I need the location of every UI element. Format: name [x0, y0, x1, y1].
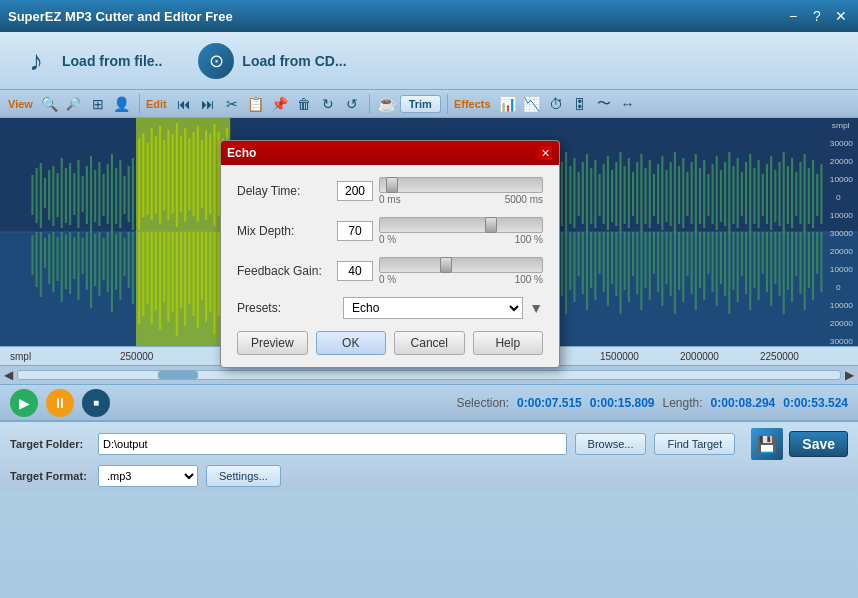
feedback-gain-slider[interactable]	[379, 257, 543, 273]
svg-rect-40	[180, 136, 182, 212]
ok-button[interactable]: OK	[316, 331, 387, 355]
fade-icon[interactable]: 〜	[593, 93, 615, 115]
svg-rect-223	[159, 232, 161, 330]
scroll-left-arrow[interactable]: ◀	[4, 368, 13, 382]
feedback-gain-input[interactable]	[337, 261, 373, 281]
svg-rect-206	[86, 232, 88, 290]
cancel-button[interactable]: Cancel	[394, 331, 465, 355]
svg-rect-176	[753, 168, 755, 224]
svg-rect-175	[749, 154, 751, 232]
scroll-right-arrow[interactable]: ▶	[845, 368, 854, 382]
svg-rect-200	[61, 232, 63, 302]
svg-rect-173	[741, 172, 743, 216]
svg-rect-375	[799, 232, 801, 294]
svg-rect-23	[107, 164, 109, 224]
svg-rect-340	[653, 232, 655, 274]
target-format-row: Target Format: .mp3 .wav .ogg .flac Sett…	[10, 465, 848, 487]
go-start-icon[interactable]: ⏮	[173, 93, 195, 115]
title-bar: SuperEZ MP3 Cutter and Editor Free − ? ✕	[0, 0, 858, 32]
svg-rect-370	[778, 232, 780, 296]
save-button[interactable]: Save	[789, 431, 848, 457]
presets-dropdown-icon[interactable]: ▼	[529, 300, 543, 316]
edit-section: Edit ⏮ ⏭ ✂ 📋 📌 🗑 ↻ ↺	[146, 93, 363, 115]
mixer-icon[interactable]: 🎛	[569, 93, 591, 115]
go-end-icon[interactable]: ⏭	[197, 93, 219, 115]
svg-rect-359	[732, 232, 734, 290]
svg-rect-9	[48, 170, 50, 220]
target-folder-label: Target Folder:	[10, 438, 90, 450]
help-button[interactable]: ?	[808, 8, 826, 24]
stop-button[interactable]: ■	[82, 389, 110, 417]
selection-end: 0:00:15.809	[590, 396, 655, 410]
reverse-icon[interactable]: ↔	[617, 93, 639, 115]
close-button[interactable]: ✕	[832, 8, 850, 24]
delay-time-input[interactable]	[337, 181, 373, 201]
play-button[interactable]: ▶	[10, 389, 38, 417]
target-format-select[interactable]: .mp3 .wav .ogg .flac	[98, 465, 198, 487]
delete-icon[interactable]: 🗑	[293, 93, 315, 115]
preview-button[interactable]: Preview	[237, 331, 308, 355]
view-label: View	[8, 98, 33, 110]
target-folder-input[interactable]	[98, 433, 567, 455]
svg-rect-211	[107, 232, 109, 292]
svg-rect-33	[151, 128, 153, 220]
redo-icon[interactable]: ↻	[317, 93, 339, 115]
zoom-in-icon[interactable]: 🔍	[39, 93, 61, 115]
help-button[interactable]: Help	[473, 331, 544, 355]
svg-rect-150	[645, 168, 647, 224]
svg-rect-194	[36, 232, 38, 287]
target-folder-row: Target Folder: Browse... Find Target 💾 S…	[10, 428, 848, 460]
svg-rect-347	[682, 232, 684, 302]
paste-icon[interactable]: 📌	[269, 93, 291, 115]
settings-button[interactable]: Settings...	[206, 465, 281, 487]
svg-rect-341	[657, 232, 659, 292]
svg-rect-197	[48, 234, 50, 284]
volume-icon[interactable]: 📊	[497, 93, 519, 115]
copy-icon[interactable]: 📋	[245, 93, 267, 115]
equalizer-icon[interactable]: 📉	[521, 93, 543, 115]
delay-time-slider[interactable]	[379, 177, 543, 193]
toolbar: ♪ Load from file.. ⊙ Load from CD...	[0, 32, 858, 90]
scroll-track[interactable]	[17, 370, 841, 380]
svg-rect-141	[607, 156, 609, 230]
load-cd-button[interactable]: ⊙ Load from CD...	[190, 39, 354, 83]
svg-rect-186	[795, 172, 797, 216]
zoom-select-icon[interactable]: 👤	[111, 93, 133, 115]
svg-rect-214	[119, 232, 121, 300]
svg-rect-231	[193, 232, 195, 316]
scroll-area[interactable]: ◀ ▶	[0, 366, 858, 384]
svg-rect-41	[184, 128, 186, 222]
zoom-fit-icon[interactable]: ⊞	[87, 93, 109, 115]
svg-rect-209	[98, 232, 100, 296]
dialog-close-button[interactable]: ✕	[537, 145, 553, 161]
presets-select[interactable]: Echo Large Room Small Room Long Echo	[343, 297, 523, 319]
coffee-icon: ☕	[376, 93, 398, 115]
minimize-button[interactable]: −	[784, 8, 802, 24]
mix-depth-input[interactable]	[337, 221, 373, 241]
svg-rect-170	[728, 152, 730, 234]
load-file-button[interactable]: ♪ Load from file..	[10, 39, 170, 83]
browse-button[interactable]: Browse...	[575, 433, 647, 455]
svg-rect-167	[716, 156, 718, 230]
svg-rect-160	[686, 172, 688, 216]
total-time: 0:00:53.524	[783, 396, 848, 410]
trim-button[interactable]: Trim	[400, 95, 441, 113]
cut-icon[interactable]: ✂	[221, 93, 243, 115]
undo-icon[interactable]: ↺	[341, 93, 363, 115]
find-target-button[interactable]: Find Target	[654, 433, 735, 455]
pause-button[interactable]: ⏸	[46, 389, 74, 417]
svg-rect-191	[816, 174, 818, 216]
zoom-out-icon[interactable]: 🔎	[63, 93, 85, 115]
svg-rect-236	[213, 232, 215, 334]
delay-time-row: Delay Time: 0 ms 5000 ms	[237, 177, 543, 205]
scroll-thumb[interactable]	[158, 371, 198, 379]
svg-rect-4	[136, 118, 230, 346]
svg-rect-11	[57, 173, 59, 217]
svg-rect-204	[77, 232, 79, 300]
mix-depth-slider[interactable]	[379, 217, 543, 233]
svg-rect-22	[103, 174, 105, 216]
bottom-controls: Target Folder: Browse... Find Target 💾 S…	[0, 420, 858, 490]
svg-rect-181	[774, 170, 776, 222]
svg-rect-140	[603, 164, 605, 224]
clock-icon[interactable]: ⏱	[545, 93, 567, 115]
